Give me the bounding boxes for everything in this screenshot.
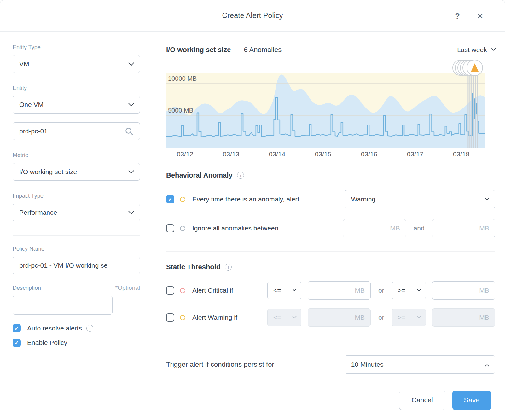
ignore-range-max-input[interactable]: [432, 219, 474, 237]
chevron-down-icon: [292, 314, 297, 318]
anomaly-marker-icon[interactable]: [452, 58, 485, 78]
x-tick-label: 03/15: [311, 150, 336, 158]
critical-ge-value-input[interactable]: [432, 282, 474, 299]
chart-title: I/O working set size: [166, 46, 231, 54]
alert-critical-checkbox[interactable]: ✓: [166, 286, 174, 295]
metric-label: Metric: [13, 152, 140, 159]
policy-name-label: Policy Name: [13, 246, 140, 252]
dialog-title: Create Alert Policy: [222, 11, 283, 20]
chevron-down-icon: [417, 314, 421, 318]
time-range-select[interactable]: Last week: [457, 46, 495, 54]
policy-form-sidebar: Entity Type VM Entity One VM prd-pc-01: [0, 32, 155, 380]
neutral-severity-dot: [180, 226, 185, 231]
check-icon: ✓: [15, 340, 19, 346]
info-icon[interactable]: i: [86, 325, 93, 332]
warning-le-operator-select: <=: [267, 309, 301, 326]
critical-le-value-field[interactable]: MB: [308, 281, 371, 300]
create-alert-policy-dialog: Create Alert Policy ? ✕ Entity Type VM E…: [0, 0, 505, 420]
warning-severity-dot: [180, 315, 185, 320]
chevron-down-icon: [485, 196, 489, 200]
dialog-footer: Cancel Save: [0, 380, 505, 420]
check-icon: ✓: [168, 197, 172, 202]
chevron-down-icon: [292, 287, 297, 291]
entity-label: Entity: [13, 85, 140, 91]
or-label: or: [378, 287, 384, 294]
description-input[interactable]: [13, 296, 113, 315]
close-icon[interactable]: ✕: [475, 11, 485, 21]
auto-resolve-checkbox[interactable]: ✓: [13, 324, 21, 332]
unit-suffix: MB: [474, 312, 495, 323]
impact-type-select[interactable]: Performance: [13, 204, 140, 221]
chevron-down-icon: [491, 46, 496, 51]
chart-x-axis: 03/1203/1303/1403/1503/1603/1703/18: [166, 148, 485, 162]
section-divider: [166, 251, 495, 252]
ignore-anomalies-checkbox[interactable]: ✓: [166, 224, 174, 232]
chevron-up-icon: [485, 364, 489, 369]
help-icon[interactable]: ?: [452, 11, 463, 21]
entity-type-label: Entity Type: [13, 44, 140, 51]
ignore-range-max-field[interactable]: MB: [432, 219, 495, 237]
ignore-anomalies-label: Ignore all anomalies between: [192, 225, 278, 232]
check-icon: ✓: [15, 326, 19, 331]
ignore-range-min-field[interactable]: MB: [343, 219, 406, 237]
critical-le-value-input[interactable]: [308, 282, 350, 299]
chevron-down-icon: [128, 60, 134, 66]
x-tick-label: 03/16: [357, 150, 382, 158]
info-icon[interactable]: i: [225, 264, 232, 271]
x-tick-label: 03/18: [449, 150, 474, 158]
critical-severity-dot: [180, 288, 185, 293]
alert-critical-label: Alert Critical if: [192, 287, 267, 294]
chevron-down-icon: [128, 208, 134, 214]
save-button[interactable]: Save: [452, 391, 491, 410]
critical-ge-operator-select[interactable]: >=: [392, 282, 426, 299]
metric-chart: 10000 MB5000 MB 03/1203/1303/1403/1503/1…: [166, 73, 485, 162]
enable-policy-checkbox[interactable]: ✓: [13, 339, 21, 347]
svg-text:10000 MB: 10000 MB: [168, 75, 197, 82]
svg-text:5000 MB: 5000 MB: [168, 107, 193, 114]
anomaly-severity-select[interactable]: Warning: [345, 190, 495, 208]
chevron-down-icon: [128, 168, 134, 173]
alert-warning-checkbox[interactable]: ✓: [166, 313, 174, 322]
entity-search-input[interactable]: prd-pc-01: [13, 122, 140, 140]
description-label: Description: [13, 285, 41, 291]
warning-le-value-field: MB: [308, 308, 371, 327]
cancel-button[interactable]: Cancel: [399, 391, 445, 410]
chevron-down-icon: [128, 101, 134, 106]
unit-suffix: MB: [350, 312, 371, 323]
info-icon[interactable]: i: [237, 172, 244, 179]
anomaly-count: 6 Anomalies: [244, 46, 282, 54]
x-tick-label: 03/13: [218, 150, 244, 158]
alert-config-panel: I/O working set size 6 Anomalies Last we…: [155, 32, 505, 380]
behavioral-anomaly-title: Behavioral Anomaly: [166, 171, 233, 179]
x-tick-label: 03/12: [172, 150, 198, 158]
warning-severity-dot: [180, 197, 185, 202]
metric-select[interactable]: I/O working set size: [13, 163, 140, 181]
entity-select[interactable]: One VM: [13, 96, 140, 114]
static-threshold-title: Static Threshold: [166, 263, 220, 271]
ignore-range-min-input[interactable]: [343, 219, 385, 237]
trigger-persist-select[interactable]: 10 Minutes: [345, 355, 495, 374]
or-label: or: [378, 314, 384, 321]
chart-header: I/O working set size 6 Anomalies Last we…: [166, 45, 495, 55]
anomaly-alert-checkbox[interactable]: ✓: [166, 195, 174, 203]
critical-ge-value-field[interactable]: MB: [432, 281, 495, 300]
unit-suffix: MB: [474, 285, 495, 296]
unit-suffix: MB: [350, 285, 371, 296]
policy-name-input[interactable]: prd-pc-01 - VM I/O working se: [13, 257, 140, 274]
warning-ge-operator-select: >=: [392, 309, 426, 326]
unit-suffix: MB: [474, 223, 495, 234]
unit-suffix: MB: [385, 223, 406, 234]
x-tick-label: 03/14: [264, 150, 290, 158]
dialog-header: Create Alert Policy ? ✕: [0, 0, 505, 32]
warning-ge-value-input: [432, 309, 474, 326]
critical-le-operator-select[interactable]: <=: [267, 282, 301, 299]
metric-chart-plot: 10000 MB5000 MB: [166, 73, 485, 148]
section-divider: [166, 341, 495, 341]
entity-type-select[interactable]: VM: [13, 55, 140, 73]
anomaly-alert-label: Every time there is an anomaly, alert: [192, 195, 299, 203]
trigger-persist-label: Trigger alert if conditions persist for: [166, 360, 274, 369]
auto-resolve-label: Auto resolve alerts: [27, 324, 82, 332]
impact-type-label: Impact Type: [13, 193, 140, 199]
alert-warning-label: Alert Warning if: [192, 314, 267, 321]
description-optional-label: *Optional: [115, 284, 140, 291]
